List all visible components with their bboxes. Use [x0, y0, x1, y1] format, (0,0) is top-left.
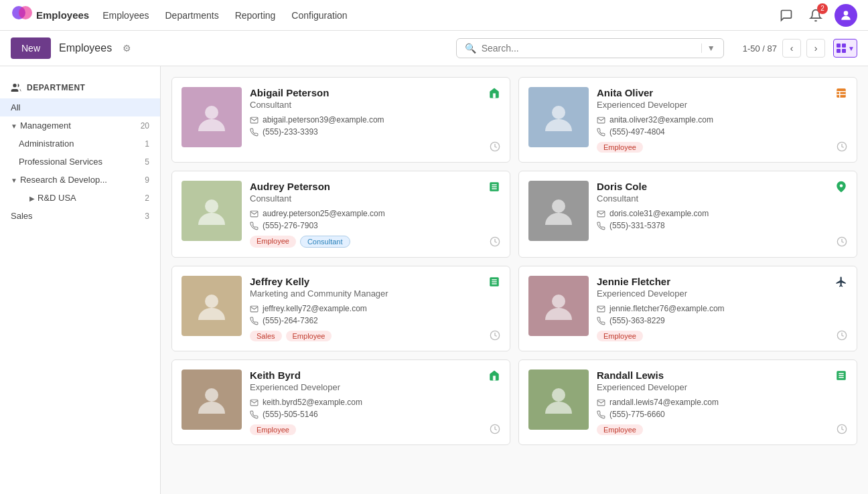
employee-name: Abigail Peterson — [250, 87, 500, 98]
pagination: 1-50 / 87 ‹ › ▼ — [743, 39, 857, 58]
svg-point-2 — [844, 11, 849, 15]
search-filter-dropdown[interactable]: ▼ — [701, 44, 715, 53]
tag-employee: Employee — [597, 331, 643, 341]
employee-card[interactable]: Anita Oliver Experienced Developer anita… — [518, 77, 857, 163]
employee-phone: (555)-363-8229 — [597, 316, 847, 325]
nav-configuration[interactable]: Configuration — [291, 7, 347, 23]
sidebar-item-sales[interactable]: Sales 3 — [0, 207, 160, 225]
nav-employees[interactable]: Employees — [102, 7, 149, 23]
view-toggle-button[interactable]: ▼ — [833, 39, 857, 58]
employee-info: Audrey Peterson Consultant audrey.peters… — [250, 181, 500, 248]
phone-icon — [597, 317, 605, 325]
nav-links: Employees Departments Reporting Configur… — [102, 7, 776, 23]
phone-icon — [597, 222, 605, 230]
tag-employee: Employee — [250, 424, 296, 435]
user-avatar[interactable] — [835, 4, 857, 27]
activity-icon[interactable] — [490, 424, 500, 436]
activity-icon[interactable] — [837, 141, 847, 154]
department-icon — [11, 82, 21, 93]
email-icon — [250, 210, 259, 218]
employee-phone: (555)-331-5378 — [597, 221, 847, 230]
employee-title: Experienced Developer — [597, 100, 847, 110]
phone-icon — [597, 410, 605, 419]
employee-card[interactable]: Jennie Fletcher Experienced Developer je… — [518, 266, 857, 351]
page-title: Employees — [59, 42, 112, 54]
activity-icon[interactable] — [490, 141, 500, 154]
sidebar-item-rnd-usa[interactable]: ▶R&D USA 2 — [0, 189, 160, 207]
employee-photo — [528, 276, 589, 336]
logo-icon — [11, 5, 32, 26]
employee-card[interactable]: Keith Byrd Experienced Developer keith.b… — [171, 359, 510, 445]
activity-icon[interactable] — [837, 424, 847, 436]
employee-card[interactable]: Abigail Peterson Consultant abigail.pete… — [171, 77, 510, 163]
email-icon — [597, 116, 605, 125]
sidebar-item-management[interactable]: ▼Management 20 — [0, 116, 160, 135]
tag-employee: Employee — [250, 236, 296, 248]
employee-card[interactable]: Doris Cole Consultant doris.cole31@examp… — [518, 171, 857, 258]
search-icon: 🔍 — [465, 43, 476, 54]
status-icon — [488, 276, 500, 291]
status-icon — [835, 181, 847, 196]
activity-icon[interactable] — [490, 330, 500, 343]
tag-employee: Employee — [286, 331, 332, 341]
phone-icon — [250, 317, 259, 325]
nav-departments[interactable]: Departments — [165, 7, 218, 23]
svg-rect-5 — [837, 49, 841, 53]
sidebar-item-administration[interactable]: Administration 1 — [0, 135, 160, 153]
chat-icon-btn[interactable] — [776, 5, 797, 26]
employee-name: Doris Cole — [597, 181, 847, 192]
employee-title: Consultant — [597, 193, 847, 203]
main-layout: DEPARTMENT All ▼Management 20 Administra… — [0, 66, 868, 494]
next-page-button[interactable]: › — [806, 39, 825, 58]
nav-reporting[interactable]: Reporting — [235, 7, 276, 23]
employee-tags: Employee — [597, 424, 847, 435]
chat-icon — [780, 9, 793, 22]
employee-phone: (555)-775-6660 — [597, 410, 847, 419]
svg-rect-4 — [842, 44, 846, 48]
employee-phone: (555)-276-7903 — [250, 221, 500, 230]
employee-phone: (555)-233-3393 — [250, 127, 500, 137]
top-nav: Employees Employees Departments Reportin… — [0, 0, 868, 31]
pagination-text: 1-50 / 87 — [743, 44, 777, 54]
email-icon — [597, 210, 605, 218]
phone-icon — [250, 222, 259, 230]
activity-icon[interactable] — [837, 330, 847, 343]
activity-icon[interactable] — [837, 236, 847, 249]
status-icon — [488, 87, 500, 102]
status-icon — [835, 369, 847, 385]
employee-email: abigail.peterson39@example.com — [250, 115, 500, 125]
employee-title: Experienced Developer — [597, 382, 847, 392]
employee-card[interactable]: Randall Lewis Experienced Developer rand… — [518, 359, 857, 445]
sidebar: DEPARTMENT All ▼Management 20 Administra… — [0, 66, 161, 494]
email-icon — [250, 305, 259, 313]
search-input[interactable] — [482, 43, 696, 54]
notification-badge: 2 — [817, 3, 828, 14]
settings-icon[interactable]: ⚙ — [123, 43, 131, 54]
kanban-view-icon — [836, 43, 847, 54]
app-logo[interactable]: Employees — [11, 5, 89, 26]
svg-point-7 — [13, 84, 16, 87]
sidebar-item-professional-services[interactable]: Professional Services 5 — [0, 153, 160, 171]
tag-consultant: Consultant — [300, 236, 350, 248]
status-icon — [835, 276, 847, 291]
svg-point-8 — [205, 106, 218, 119]
employee-photo — [182, 369, 242, 430]
svg-point-31 — [552, 295, 565, 308]
employee-email: randall.lewis74@example.com — [597, 398, 847, 407]
employee-card[interactable]: Audrey Peterson Consultant audrey.peters… — [171, 171, 510, 258]
employee-title: Marketing and Community Manager — [250, 289, 500, 299]
status-icon — [835, 87, 847, 102]
sidebar-item-research[interactable]: ▼Research & Develop... 9 — [0, 171, 160, 189]
new-button[interactable]: New — [11, 37, 51, 59]
employee-photo — [528, 181, 589, 241]
prev-page-button[interactable]: ‹ — [782, 39, 801, 58]
svg-point-22 — [552, 199, 565, 213]
svg-rect-11 — [837, 88, 846, 98]
employee-card[interactable]: Jeffrey Kelly Marketing and Community Ma… — [171, 266, 510, 351]
phone-icon — [250, 410, 259, 419]
employee-info: Doris Cole Consultant doris.cole31@examp… — [597, 181, 847, 233]
notification-icon-btn[interactable]: 2 — [805, 5, 826, 26]
tag-employee: Employee — [597, 424, 643, 435]
sidebar-item-all[interactable]: All — [0, 98, 160, 116]
activity-icon[interactable] — [490, 236, 500, 249]
